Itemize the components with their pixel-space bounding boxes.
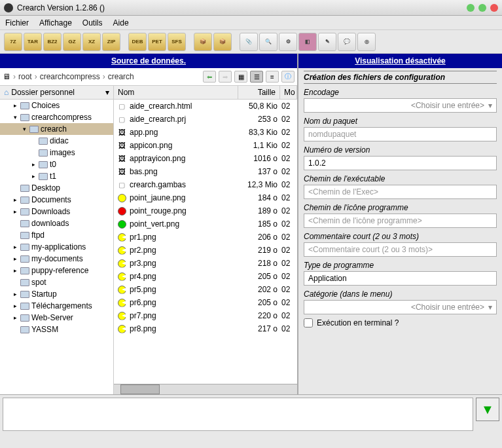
file-row[interactable]: pr2.png219 o02 xyxy=(114,244,297,257)
logo-icon[interactable]: ◎ xyxy=(357,33,376,51)
version-label: Numéro de version xyxy=(304,145,497,155)
maximize-button[interactable] xyxy=(478,4,486,12)
tree-node[interactable]: ▸Téléchargements xyxy=(0,300,113,312)
file-row[interactable]: 🖼appicon.png1,1 Kio02 xyxy=(114,139,297,152)
pkg-pet-button[interactable]: PET xyxy=(148,33,166,51)
archive-zip-button[interactable]: ZIP xyxy=(102,33,120,51)
left-pane-title: Source de données. xyxy=(0,54,297,68)
minimize-button[interactable] xyxy=(467,4,475,12)
path-seg-root[interactable]: root xyxy=(18,72,32,81)
file-row[interactable]: ▢crearch.gambas12,3 Mio02 xyxy=(114,178,297,191)
file-row[interactable]: 🖼apptrayicon.png1016 o02 xyxy=(114,152,297,165)
view-icons-button[interactable]: ▦ xyxy=(234,71,247,83)
tree-node[interactable]: didac xyxy=(0,135,113,147)
folder-tree[interactable]: ⌂ Dossier personnel ▾ ▸Choices▾crearchco… xyxy=(0,86,114,394)
tree-node[interactable]: images xyxy=(0,147,113,159)
comment-input[interactable] xyxy=(304,242,497,257)
path-seg-3[interactable]: crearch xyxy=(108,72,134,81)
file-row[interactable]: point_vert.png185 o02 xyxy=(114,217,297,231)
file-row[interactable]: pr6.png205 o02 xyxy=(114,296,297,309)
toolbar: 7ZTARBZ2GZXZZIP DEBPETSFS 📦 📦 📎 🔍 ⚙ ◧ ✎ … xyxy=(0,30,502,54)
tree-node[interactable]: ▾crearch xyxy=(0,123,113,135)
attach-icon[interactable]: 📎 xyxy=(240,33,258,51)
path-seg-2[interactable]: crearchcompress xyxy=(40,72,100,81)
menu-tools[interactable]: Outils xyxy=(82,18,103,28)
archive-tar-button[interactable]: TAR xyxy=(24,33,42,51)
exec-input[interactable] xyxy=(304,185,497,199)
hscrollbar[interactable] xyxy=(114,384,297,394)
file-row[interactable]: ▢aide_crearch.html50,8 Kio02 xyxy=(114,100,297,113)
file-icon: 🖼 xyxy=(117,153,127,164)
back-button[interactable]: ⬅ xyxy=(203,71,216,83)
tree-node[interactable]: YASSM xyxy=(0,324,113,335)
col-mod[interactable]: Mo xyxy=(280,86,297,99)
window-title: Crearch Version 1.2.86 () xyxy=(17,3,463,12)
file-row[interactable]: 🖼bas.png137 o02 xyxy=(114,165,297,178)
pkg-sfs-button[interactable]: SFS xyxy=(168,33,186,51)
eraser-icon[interactable]: ◧ xyxy=(298,33,317,51)
file-row[interactable]: pr4.png205 o02 xyxy=(114,270,297,283)
file-row[interactable]: point_rouge.png189 o02 xyxy=(114,204,297,217)
menu-view[interactable]: Affichage xyxy=(39,18,72,28)
tree-node[interactable]: ▸Startup xyxy=(0,288,113,300)
chat-icon[interactable]: 💬 xyxy=(338,33,356,51)
menu-help[interactable]: Aide xyxy=(113,18,129,28)
wand-icon[interactable]: ✎ xyxy=(318,33,336,51)
tree-node[interactable]: ▸my-documents xyxy=(0,253,113,265)
tree-node[interactable]: ▸Downloads xyxy=(0,206,113,217)
tree-header[interactable]: ⌂ Dossier personnel ▾ xyxy=(0,86,113,100)
tree-node[interactable]: ▸t1 xyxy=(0,170,113,182)
file-row[interactable]: point_jaune.png184 o02 xyxy=(114,191,297,204)
file-row[interactable]: ▢aide_crearch.prj253 o02 xyxy=(114,113,297,126)
search-icon[interactable]: 🔍 xyxy=(259,33,278,51)
settings-icon[interactable]: ⚙ xyxy=(279,33,297,51)
file-row[interactable]: pr8.png217 o02 xyxy=(114,322,297,335)
forward-button[interactable]: ➡ xyxy=(219,71,232,83)
tree-node[interactable]: spot xyxy=(0,276,113,288)
archive-gz-button[interactable]: GZ xyxy=(63,33,81,51)
tree-node[interactable]: ▸t0 xyxy=(0,159,113,170)
close-button[interactable] xyxy=(490,4,498,12)
tree-node[interactable]: ▾crearchcompress xyxy=(0,111,113,123)
pkg-deb-button[interactable]: DEB xyxy=(128,33,147,51)
view-compact-button[interactable]: ≡ xyxy=(266,71,279,83)
col-name[interactable]: Nom xyxy=(114,86,238,99)
tree-node[interactable]: downloads xyxy=(0,217,113,229)
tree-node[interactable]: ▸Web-Server xyxy=(0,312,113,324)
config-form: Création des fichiers de configuration E… xyxy=(298,68,502,394)
version-input[interactable] xyxy=(304,156,497,170)
app-icon xyxy=(4,3,13,12)
computer-icon[interactable]: 🖥 xyxy=(3,72,10,81)
file-row[interactable]: 🖼app.png83,3 Kio02 xyxy=(114,126,297,139)
tree-node[interactable]: ▸puppy-reference xyxy=(0,265,113,276)
open-box-icon[interactable]: 📦 xyxy=(194,33,212,51)
tree-node[interactable]: ▸my-applications xyxy=(0,241,113,253)
file-row[interactable]: pr1.png206 o02 xyxy=(114,231,297,244)
pkgname-input[interactable] xyxy=(304,127,497,141)
output-textarea[interactable] xyxy=(3,398,473,431)
file-row[interactable]: pr3.png218 o02 xyxy=(114,257,297,270)
type-input[interactable] xyxy=(304,271,497,286)
terminal-checkbox[interactable] xyxy=(304,318,313,327)
file-row[interactable]: pr7.png220 o02 xyxy=(114,309,297,322)
icon-input[interactable] xyxy=(304,214,497,228)
archive-xz-button[interactable]: XZ xyxy=(82,33,101,51)
file-icon xyxy=(117,232,127,242)
close-box-icon[interactable]: 📦 xyxy=(213,33,232,51)
archive-bz2-button[interactable]: BZ2 xyxy=(43,33,62,51)
tree-node[interactable]: Desktop xyxy=(0,182,113,194)
tree-node[interactable]: ftpd xyxy=(0,229,113,241)
archive-7z-button[interactable]: 7Z xyxy=(4,33,22,51)
encoding-combo[interactable]: <Choisir une entrée>▾ xyxy=(304,98,497,113)
file-list[interactable]: Nom Taille Mo ▢aide_crearch.html50,8 Kio… xyxy=(114,86,297,394)
file-row[interactable]: pr5.png202 o02 xyxy=(114,283,297,296)
tree-node[interactable]: ▸Documents xyxy=(0,194,113,206)
cat-combo[interactable]: <Choisir une entrée>▾ xyxy=(304,300,497,314)
tree-node[interactable]: ▸Choices xyxy=(0,100,113,111)
file-icon xyxy=(117,271,127,282)
run-button[interactable]: ▼ xyxy=(476,398,499,421)
col-size[interactable]: Taille xyxy=(238,86,280,99)
menu-file[interactable]: Fichier xyxy=(5,18,29,28)
view-list-button[interactable]: ☰ xyxy=(250,71,263,83)
info-button[interactable]: ⓘ xyxy=(281,71,295,83)
